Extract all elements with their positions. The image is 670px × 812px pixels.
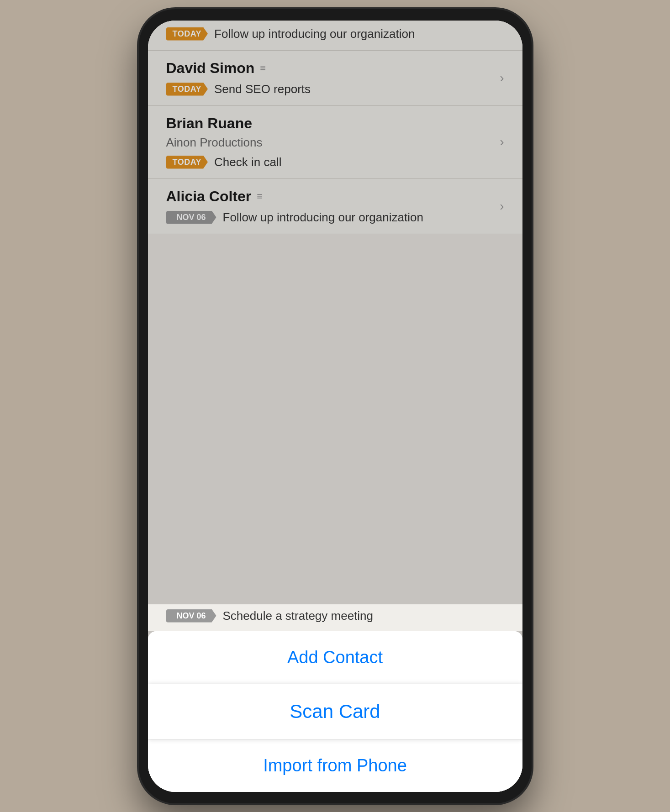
phone-screen: TODAY Follow up introducing our organiza… — [148, 21, 522, 792]
date-tag: NOV 06 — [166, 609, 216, 623]
task-text: Schedule a strategy meeting — [223, 609, 374, 623]
list-item-partial: NOV 06 Schedule a strategy meeting — [148, 604, 522, 631]
phone-frame: TODAY Follow up introducing our organiza… — [121, 0, 550, 812]
scan-card-button[interactable]: Scan Card — [148, 684, 522, 739]
import-phone-button[interactable]: Import from Phone — [148, 739, 522, 792]
action-sheet-overlay: NOV 06 Schedule a strategy meeting Add C… — [148, 21, 522, 792]
phone-bezel: TODAY Follow up introducing our organiza… — [139, 9, 532, 803]
import-phone-label: Import from Phone — [263, 756, 407, 775]
scan-card-label: Scan Card — [290, 701, 380, 722]
action-sheet: Add Contact Scan Card Import from Phone — [148, 631, 522, 792]
contact-list: TODAY Follow up introducing our organiza… — [148, 21, 522, 792]
add-contact-button[interactable]: Add Contact — [148, 631, 522, 684]
add-contact-label: Add Contact — [287, 648, 383, 667]
